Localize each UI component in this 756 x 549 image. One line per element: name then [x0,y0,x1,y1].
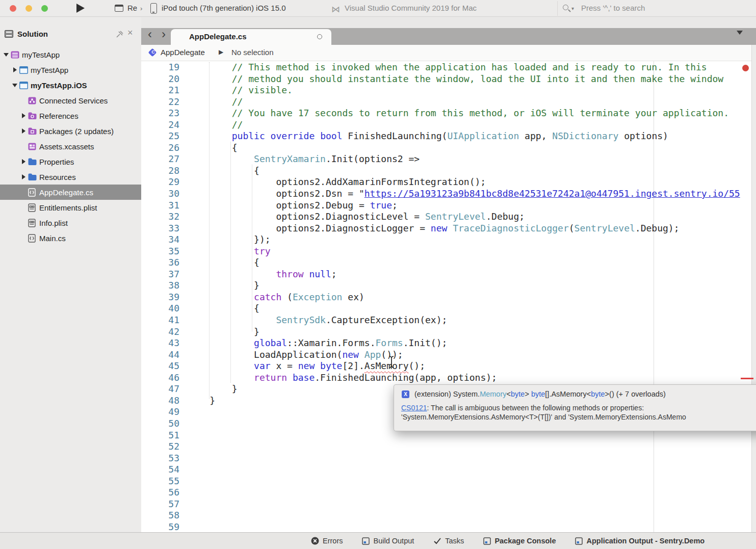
code-line[interactable]: 20 // method you should instantiate the … [141,73,756,85]
expand-arrow-icon[interactable] [20,128,28,134]
text-cursor-pointer [388,355,395,369]
code-line[interactable]: 29 options2.AddXamarinFormsIntegration()… [141,176,756,188]
code-line[interactable]: 46 return base.FinishedLaunching(app, op… [141,372,756,384]
tab-list-dropdown-icon[interactable] [737,31,743,35]
sidebar-item-properties[interactable]: Properties [0,154,141,169]
code-line[interactable]: 23 // You have 17 seconds to return from… [141,108,756,119]
statusbar-label: Application Output - Sentry.Demo [586,537,705,545]
error-underlined-symbol[interactable]: AsMemory [364,360,409,371]
window-maximize-button[interactable] [41,5,48,12]
statusbar-errors[interactable]: Errors [311,537,343,545]
sidebar-item-resources[interactable]: Resources [0,169,141,185]
sidebar-item-info-plist[interactable]: Info.plist [0,215,141,230]
sidebar-item-packages-2-updates[interactable]: Packages (2 updates) [0,123,141,139]
solution-pad-icon [5,30,13,38]
code-line[interactable]: 54 [141,464,756,476]
code-line[interactable]: 27 SentryXamarin.Init(options2 => [141,153,756,165]
code-line[interactable]: 59 [141,521,756,532]
code-line[interactable]: 58 [141,510,756,521]
code-line[interactable]: 35 try [141,246,756,257]
code-text: options2.DiagnosticLogger = new TraceDia… [179,223,680,234]
code-line[interactable]: 26 { [141,142,756,154]
line-number: 46 [141,372,179,384]
code-line[interactable]: 36 { [141,257,756,269]
code-line[interactable]: 38 } [141,280,756,292]
statusbar-label: Errors [323,537,343,545]
sidebar-item-main-cs[interactable]: Main.cs [0,230,141,246]
code-line[interactable]: 22 // [141,96,756,108]
code-line[interactable]: 52 [141,441,756,453]
code-text [179,418,188,430]
device-selector[interactable]: iPod touch (7th generation) iOS 15.0 [162,4,286,12]
code-line[interactable]: 25 public override bool FinishedLaunchin… [141,130,756,142]
file-error-indicator-dot [742,65,749,71]
code-line[interactable]: 41 SentrySdk.CaptureException(ex); [141,315,756,326]
breadcrumb-selection[interactable]: No selection [231,48,274,57]
build-configuration-selector[interactable]: Re [127,4,137,12]
code-line[interactable]: 31 options2.Debug = true; [141,200,756,212]
code-line[interactable]: 44 LoadApplication(new App()); [141,349,756,361]
code-line[interactable]: 53 [141,453,756,464]
line-number: 32 [141,211,179,223]
statusbar-package-console[interactable]: Package Console [483,537,556,545]
search-input[interactable]: Press '^,' to search [581,4,645,12]
code-line[interactable]: 30 options2.Dsn = "https://5a193123a9b84… [141,188,756,200]
expand-arrow-icon[interactable] [20,159,28,165]
toolbar-divider [557,1,558,16]
sidebar-item-assets-xcassets[interactable]: Assets.xcassets [0,139,141,154]
code-line[interactable]: 21 // visible. [141,85,756,96]
statusbar-tasks[interactable]: Tasks [433,537,464,545]
code-line[interactable]: 45 var x = new byte[2].AsMemory(); [141,360,756,372]
sidebar-item-references[interactable]: References [0,108,141,123]
pin-icon[interactable] [116,31,123,38]
collapse-arrow-icon[interactable] [3,51,11,58]
code-line[interactable]: 32 options2.DiagnosticLevel = SentryLeve… [141,211,756,223]
window-close-button[interactable] [10,5,16,12]
sentry-dsn-link[interactable]: https://5a193123a9b841bc8d8e42531e7242a1… [364,188,740,199]
editor-scrollbar[interactable] [751,45,756,532]
code-line[interactable]: 33 options2.DiagnosticLogger = new Trace… [141,223,756,234]
close-icon[interactable]: × [127,28,133,38]
tab-appdelegate[interactable]: AppDelegate.cs [171,29,331,45]
arrow-spacer [20,220,28,226]
tab-modified-indicator-icon[interactable] [317,34,322,39]
code-line[interactable]: 57 [141,499,756,510]
sidebar-item-entitlements-plist[interactable]: Entitlements.plist [0,200,141,215]
run-button[interactable] [76,4,85,13]
statusbar-build-output[interactable]: Build Output [362,537,414,545]
code-line[interactable]: 56 [141,487,756,499]
code-editor[interactable]: 19 // This method is invoked when the ap… [141,61,756,532]
code-line[interactable]: 19 // This method is invoked when the ap… [141,62,756,73]
code-line[interactable]: 40 { [141,303,756,315]
code-line[interactable]: 43 global::Xamarin.Forms.Forms.Init(); [141,337,756,349]
code-line[interactable]: 28 { [141,165,756,177]
expand-arrow-icon[interactable] [12,67,19,73]
code-line[interactable]: 39 catch (Exception ex) [141,292,756,303]
expand-arrow-icon[interactable] [20,174,28,180]
expand-arrow-icon[interactable] [20,113,28,119]
sidebar-item-mytestapp[interactable]: myTestApp [0,62,141,77]
breadcrumb-class[interactable]: AppDelegate [161,48,205,57]
code-text: // [179,119,243,131]
chevron-right-icon: › [140,5,142,12]
code-line[interactable]: 42 } [141,326,756,338]
code-line[interactable]: 34 }); [141,234,756,246]
line-number: 29 [141,176,179,188]
error-code-link[interactable]: CS0121 [401,404,427,412]
cs-file-icon [28,188,39,197]
navigate-back-button[interactable]: ‹ [148,27,152,41]
code-line[interactable]: 24 // [141,119,756,131]
collapse-arrow-icon[interactable] [12,82,19,88]
code-line[interactable]: 55 [141,476,756,487]
sidebar-item-appdelegate-cs[interactable]: AppDelegate.cs [0,185,141,200]
navigate-forward-button[interactable]: › [162,27,166,41]
code-line[interactable]: 37 throw null; [141,269,756,280]
code-text: options2.Debug = true; [179,200,398,212]
code-text: options2.DiagnosticLevel = SentryLevel.D… [179,211,525,223]
sidebar-item-mytestapp-ios[interactable]: myTestApp.iOS [0,77,141,93]
statusbar-application-output[interactable]: Application Output - Sentry.Demo [575,537,705,545]
sidebar-item-mytestapp[interactable]: myTestApp [0,47,141,62]
arrow-spacer [20,204,28,211]
window-minimize-button[interactable] [25,5,32,12]
sidebar-item-connected-services[interactable]: Connected Services [0,93,141,108]
